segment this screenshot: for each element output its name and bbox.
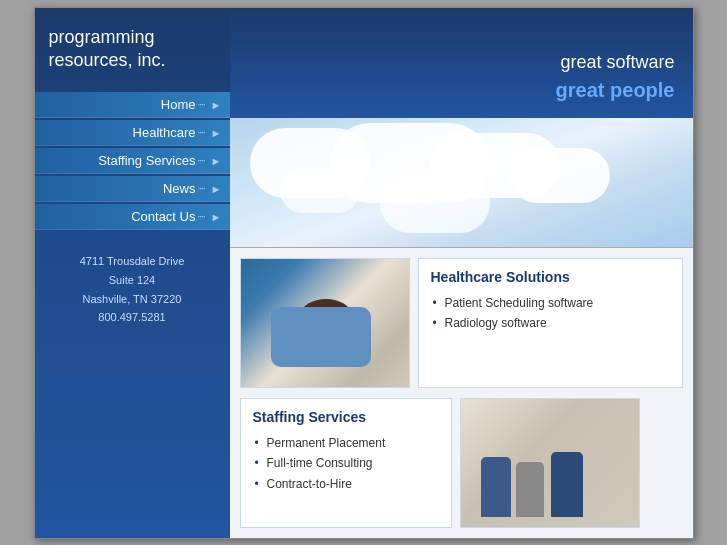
nav-item-healthcare[interactable]: Healthcare ····► bbox=[35, 120, 230, 146]
healthcare-title: Healthcare Solutions bbox=[431, 269, 670, 285]
doctor-mask bbox=[271, 307, 371, 367]
nav-dots: ···· bbox=[197, 155, 204, 166]
sidebar: programming resources, inc. Home ····►He… bbox=[35, 8, 230, 538]
header-banner: great software great people bbox=[230, 8, 693, 118]
address-line3: Nashville, TN 37220 bbox=[80, 290, 185, 309]
site-logo: programming resources, inc. bbox=[35, 8, 230, 87]
healthcare-list-item: Radiology software bbox=[431, 313, 670, 334]
address-line1: 4711 Trousdale Drive bbox=[80, 252, 185, 271]
nav-dots: ···· bbox=[197, 99, 204, 110]
nav-label: News bbox=[163, 181, 196, 196]
contact-info: 4711 Trousdale Drive Suite 124 Nashville… bbox=[70, 252, 195, 327]
nav-dots: ···· bbox=[197, 211, 204, 222]
nav-arrow: ► bbox=[211, 127, 222, 139]
healthcare-box: Healthcare Solutions Patient Scheduling … bbox=[418, 258, 683, 388]
logo-line2: resources, inc. bbox=[49, 49, 216, 72]
staffing-list-item: Permanent Placement bbox=[253, 433, 440, 454]
staffing-list-item: Full-time Consulting bbox=[253, 453, 440, 474]
healthcare-list-item: Patient Scheduling software bbox=[431, 293, 670, 314]
nav-dots: ···· bbox=[197, 183, 204, 194]
team-figure bbox=[481, 457, 511, 517]
staffing-list: Permanent PlacementFull-time ConsultingC… bbox=[253, 433, 440, 495]
cloud-decoration bbox=[510, 148, 610, 203]
nav-label: Healthcare bbox=[133, 125, 196, 140]
staffing-list-item: Contract-to-Hire bbox=[253, 474, 440, 495]
nav-label: Home bbox=[161, 97, 196, 112]
phone: 800.497.5281 bbox=[80, 308, 185, 327]
doctor-image-box bbox=[240, 258, 410, 388]
address-line2: Suite 124 bbox=[80, 271, 185, 290]
nav-arrow: ► bbox=[211, 211, 222, 223]
nav-item-contact-us[interactable]: Contact Us ····► bbox=[35, 204, 230, 230]
nav-arrow: ► bbox=[211, 155, 222, 167]
team-image-box bbox=[460, 398, 640, 528]
nav-dots: ···· bbox=[197, 127, 204, 138]
team-image bbox=[461, 399, 639, 527]
cloud-banner bbox=[230, 118, 693, 248]
content-grid: Healthcare Solutions Patient Scheduling … bbox=[230, 248, 693, 398]
healthcare-list: Patient Scheduling softwareRadiology sof… bbox=[431, 293, 670, 335]
logo-line1: programming bbox=[49, 26, 216, 49]
bottom-row: Staffing Services Permanent PlacementFul… bbox=[230, 398, 693, 538]
main-content: great software great people Healthc bbox=[230, 8, 693, 538]
nav-menu: Home ····►Healthcare ····►Staffing Servi… bbox=[35, 92, 230, 232]
nav-item-staffing-services[interactable]: Staffing Services ····► bbox=[35, 148, 230, 174]
header-tagline: great software great people bbox=[556, 50, 675, 103]
team-figure bbox=[551, 452, 583, 517]
nav-arrow: ► bbox=[211, 183, 222, 195]
nav-label: Staffing Services bbox=[98, 153, 195, 168]
team-figure bbox=[516, 462, 544, 517]
nav-arrow: ► bbox=[211, 99, 222, 111]
tagline-line1: great software bbox=[556, 50, 675, 75]
nav-label: Contact Us bbox=[131, 209, 195, 224]
tagline-line2: great people bbox=[556, 76, 675, 104]
nav-item-home[interactable]: Home ····► bbox=[35, 92, 230, 118]
cloud-decoration bbox=[380, 173, 490, 233]
doctor-image bbox=[241, 259, 409, 387]
page-wrapper: programming resources, inc. Home ····►He… bbox=[34, 7, 694, 539]
staffing-box: Staffing Services Permanent PlacementFul… bbox=[240, 398, 453, 528]
nav-item-news[interactable]: News ····► bbox=[35, 176, 230, 202]
cloud-decoration bbox=[280, 168, 360, 213]
staffing-title: Staffing Services bbox=[253, 409, 440, 425]
